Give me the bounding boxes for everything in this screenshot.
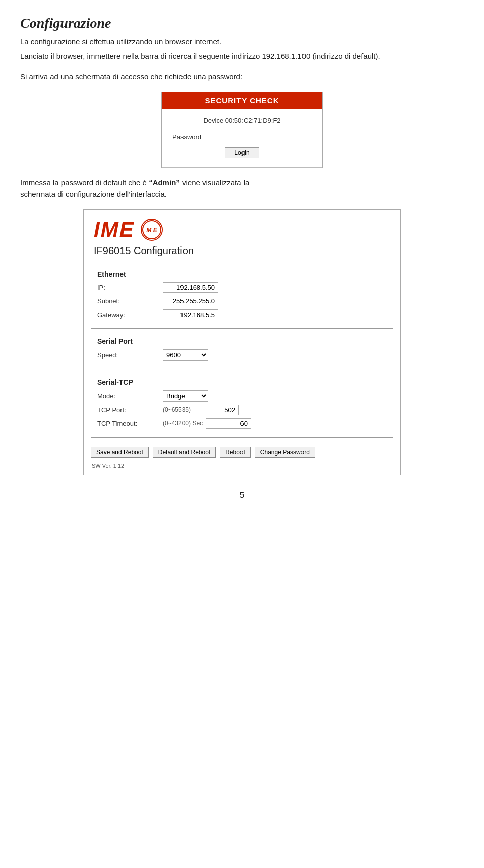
mode-row: Mode: Bridge xyxy=(97,390,387,402)
ime-logo-icon: M E xyxy=(141,219,163,241)
change-password-button[interactable]: Change Password xyxy=(255,447,315,458)
post-login-text: Immessa la password di default che è “Ad… xyxy=(20,177,464,200)
gateway-label: Gateway: xyxy=(97,311,163,319)
login-button[interactable]: Login xyxy=(225,147,259,158)
page-title: Configurazione xyxy=(20,15,464,31)
reboot-button[interactable]: Reboot xyxy=(220,447,251,458)
subnet-input[interactable] xyxy=(163,296,218,306)
ip-input[interactable] xyxy=(163,282,218,293)
tcp-port-row: TCP Port: (0~65535) xyxy=(97,405,387,415)
mode-label: Mode: xyxy=(97,392,163,400)
ip-label: IP: xyxy=(97,284,163,291)
security-check-panel: SECURITY CHECK Device 00:50:C2:71:D9:F2 … xyxy=(161,92,323,168)
intro-text-1: La configurazione si effettua utilizzand… xyxy=(20,36,464,48)
sw-version: SW Ver. 1.12 xyxy=(84,460,400,470)
tcp-timeout-hint: (0~43200) Sec xyxy=(163,420,203,427)
ethernet-section: Ethernet IP: Subnet: Gateway: xyxy=(91,266,393,329)
gateway-row: Gateway: xyxy=(97,309,387,320)
ethernet-section-title: Ethernet xyxy=(97,270,387,278)
default-reboot-button[interactable]: Default and Reboot xyxy=(153,447,216,458)
serial-port-section: Serial Port Speed: 9600 xyxy=(91,333,393,369)
serial-tcp-section-title: Serial-TCP xyxy=(97,378,387,386)
subnet-row: Subnet: xyxy=(97,296,387,306)
intro-text-3: Si arriva ad una schermata di accesso ch… xyxy=(20,71,464,83)
tcp-timeout-label: TCP Timeout: xyxy=(97,420,163,427)
serial-tcp-section: Serial-TCP Mode: Bridge TCP Port: (0~655… xyxy=(91,374,393,438)
config-panel-title: IF96015 Configuration xyxy=(84,244,400,262)
config-panel: IME M E IF96015 Configuration Ethernet I… xyxy=(83,209,401,475)
tcp-port-hint: (0~65535) xyxy=(163,406,191,413)
speed-label: Speed: xyxy=(97,351,163,359)
mode-select[interactable]: Bridge xyxy=(163,390,208,402)
speed-row: Speed: 9600 xyxy=(97,349,387,361)
password-row: Password xyxy=(172,132,312,142)
subnet-label: Subnet: xyxy=(97,297,163,305)
config-panel-header: IME M E xyxy=(84,210,400,244)
intro-text-2: Lanciato il browser, immettere nella bar… xyxy=(20,51,464,63)
password-label: Password xyxy=(172,133,213,141)
page-number: 5 xyxy=(20,490,464,499)
tcp-port-label: TCP Port: xyxy=(97,406,163,414)
tcp-port-input[interactable] xyxy=(194,405,239,415)
security-check-header: SECURITY CHECK xyxy=(162,92,322,109)
device-label: Device 00:50:C2:71:D9:F2 xyxy=(172,117,312,125)
ime-logo-text: IME xyxy=(94,219,135,240)
tcp-timeout-input[interactable] xyxy=(206,418,251,429)
tcp-timeout-row: TCP Timeout: (0~43200) Sec xyxy=(97,418,387,429)
password-input[interactable] xyxy=(213,132,273,142)
save-reboot-button[interactable]: Save and Reboot xyxy=(91,447,149,458)
post-login-text-1: Immessa la password di default che è “Ad… xyxy=(20,178,249,199)
security-check-body: Device 00:50:C2:71:D9:F2 Password Login xyxy=(162,109,322,168)
config-buttons: Save and Reboot Default and Reboot Reboo… xyxy=(84,442,400,460)
svg-text:M E: M E xyxy=(146,227,157,234)
speed-select[interactable]: 9600 xyxy=(163,349,208,361)
serial-port-section-title: Serial Port xyxy=(97,337,387,345)
ip-row: IP: xyxy=(97,282,387,293)
gateway-input[interactable] xyxy=(163,309,218,320)
